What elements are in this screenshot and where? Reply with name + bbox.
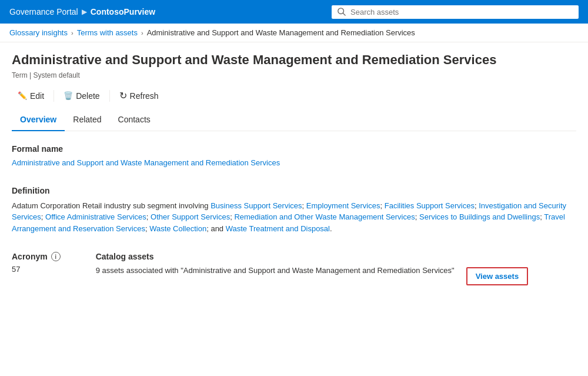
formal-name-value: Administrative and Support and Waste Man…: [12, 158, 576, 167]
definition-title: Definition: [12, 186, 576, 195]
page-title: Administrative and Support and Waste Man…: [12, 52, 576, 69]
breadcrumb-chevron-2: ›: [141, 29, 143, 36]
employment-link[interactable]: Employment Services: [306, 201, 380, 210]
edit-button[interactable]: ✏️ Edit: [12, 88, 50, 104]
breadcrumb-terms-with-assets[interactable]: Terms with assets: [77, 28, 138, 37]
acronym-col: Acronym i 57: [12, 252, 61, 285]
acronym-title: Acronym i: [12, 252, 61, 261]
services-buildings-link[interactable]: Services to Buildings and Dwellings: [419, 212, 540, 221]
search-input[interactable]: [350, 8, 573, 16]
page-content: Administrative and Support and Waste Man…: [0, 42, 588, 297]
toolbar-divider-2: [109, 90, 110, 102]
search-bar[interactable]: [332, 5, 579, 19]
toolbar-divider-1: [54, 90, 54, 102]
delete-label: Delete: [76, 91, 99, 101]
facilities-link[interactable]: Facilities Support Services: [385, 201, 475, 210]
definition-section: Definition Adatum Corporation Retail ind…: [12, 173, 576, 241]
header-chevron: ▶: [82, 8, 87, 16]
catalog-assets-col: Catalog assets 9 assets associated with …: [96, 252, 528, 285]
catalog-assets-title: Catalog assets: [96, 252, 528, 261]
app-name: ContosoPurview: [91, 7, 155, 16]
office-admin-link[interactable]: Office Administrative Services: [45, 212, 146, 221]
page-subtitle: Term | System default: [12, 71, 576, 79]
breadcrumb-glossary-insights[interactable]: Glossary insights: [9, 28, 68, 37]
view-assets-button[interactable]: View assets: [466, 267, 528, 285]
other-support-link[interactable]: Other Support Services: [151, 212, 230, 221]
refresh-label: Refresh: [130, 91, 159, 101]
header-branding: Governance Portal ▶ ContosoPurview: [9, 7, 155, 16]
waste-treatment-link[interactable]: Waste Treatment and Disposal: [226, 224, 330, 233]
trash-icon: 🗑️: [64, 91, 73, 100]
pencil-icon: ✏️: [18, 91, 27, 100]
tabs: Overview Related Contacts: [12, 110, 576, 131]
acronym-value: 57: [12, 265, 61, 274]
refresh-button[interactable]: ↻ Refresh: [113, 88, 165, 104]
waste-collection-link[interactable]: Waste Collection: [149, 224, 206, 233]
tab-contacts[interactable]: Contacts: [110, 110, 159, 131]
svg-line-1: [343, 13, 345, 15]
breadcrumb: Glossary insights › Terms with assets › …: [0, 24, 588, 42]
delete-button[interactable]: 🗑️ Delete: [58, 88, 105, 104]
formal-name-title: Formal name: [12, 144, 576, 154]
remediation-link[interactable]: Remediation and Other Waste Management S…: [234, 212, 415, 221]
formal-name-section: Formal name Administrative and Support a…: [12, 131, 576, 173]
search-icon: [338, 8, 346, 16]
breadcrumb-chevron-1: ›: [71, 29, 74, 36]
edit-label: Edit: [30, 91, 44, 101]
tab-overview[interactable]: Overview: [12, 110, 65, 131]
breadcrumb-current: Administrative and Support and Waste Man…: [147, 28, 415, 37]
catalog-description: 9 assets associated with "Administrative…: [96, 265, 455, 277]
header: Governance Portal ▶ ContosoPurview: [0, 0, 588, 24]
business-support-link[interactable]: Business Support Services: [211, 201, 302, 210]
toolbar: ✏️ Edit 🗑️ Delete ↻ Refresh: [12, 88, 576, 104]
refresh-icon: ↻: [119, 91, 127, 101]
portal-label: Governance Portal: [9, 7, 78, 16]
bottom-row: Acronym i 57 Catalog assets 9 assets ass…: [12, 240, 576, 285]
catalog-row: 9 assets associated with "Administrative…: [96, 265, 528, 285]
acronym-info-icon[interactable]: i: [51, 252, 61, 261]
definition-text: Adatum Corporation Retail industry sub s…: [12, 200, 576, 235]
tab-related[interactable]: Related: [65, 110, 109, 131]
